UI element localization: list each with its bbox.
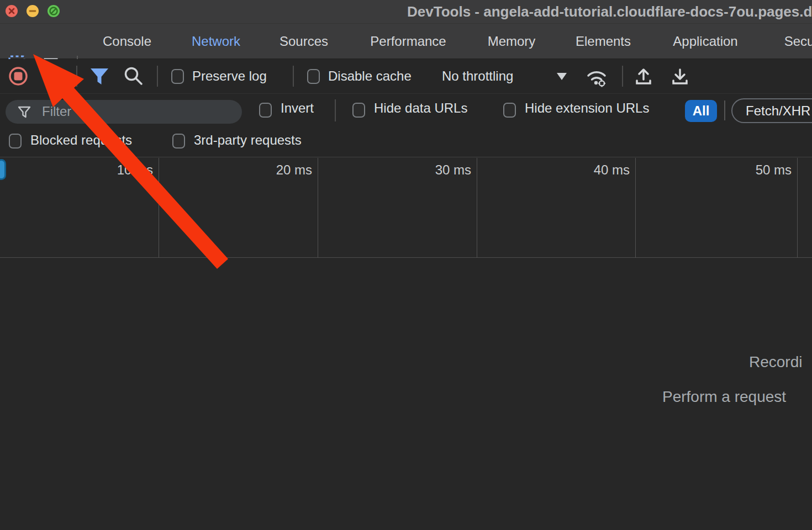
tab-security[interactable]: Secu (784, 24, 812, 59)
chevron-down-icon (557, 73, 567, 80)
tab-console[interactable]: Console (103, 24, 151, 59)
filter-toggle-button[interactable] (89, 67, 112, 89)
close-window-button[interactable] (6, 5, 18, 17)
close-icon (6, 5, 18, 17)
network-conditions-icon (584, 65, 609, 89)
tab-elements[interactable]: Elements (576, 24, 631, 59)
network-conditions-button[interactable] (584, 65, 607, 87)
tab-sources[interactable]: Sources (280, 24, 328, 59)
toolbar-divider (622, 66, 623, 87)
import-har-button[interactable] (633, 66, 655, 88)
filter-input-container[interactable] (6, 100, 242, 124)
timeline-gridline (797, 158, 798, 258)
empty-state-hint-text: Perform a request (662, 388, 786, 406)
checkbox-unchecked (171, 69, 184, 84)
record-network-log-button[interactable] (8, 66, 30, 88)
upload-icon (633, 66, 654, 87)
search-icon (123, 65, 145, 87)
checkbox-unchecked (259, 103, 272, 118)
timeline-gridline (318, 158, 318, 258)
timeline-tick-label: 40 ms (586, 162, 630, 178)
export-har-button[interactable] (669, 66, 692, 88)
checkbox-unchecked (9, 134, 22, 149)
checkbox-unchecked (307, 69, 320, 84)
filter-funnel-icon (18, 105, 31, 119)
zoom-disabled-icon (48, 5, 60, 17)
clear-network-log-button[interactable] (42, 66, 64, 88)
checkbox-unchecked (172, 134, 185, 149)
zoom-window-button[interactable] (48, 5, 60, 17)
window-title: DevTools - angela-add-tutorial.cloudflar… (407, 0, 812, 23)
timeline-gridline (159, 158, 159, 258)
timeline-tick-label: 20 ms (268, 162, 312, 178)
overview-selection-handle[interactable] (0, 159, 6, 180)
timeline-gridline (635, 158, 636, 258)
network-filter-row2: Blocked requests 3rd-party requests (0, 126, 812, 157)
devtools-tabbar: Console Network Sources Performance Memo… (0, 23, 812, 59)
toolbar-divider (335, 99, 336, 121)
empty-state-recording-text: Recordi (749, 353, 802, 371)
request-type-all-button[interactable]: All (685, 100, 717, 122)
devtools-window: DevTools - angela-add-tutorial.cloudflar… (0, 0, 812, 530)
network-overview-timeline[interactable]: 10 ms 20 ms 30 ms 40 ms 50 ms (0, 158, 812, 258)
clear-icon (42, 66, 62, 86)
toolbar-divider (724, 100, 725, 120)
filter-funnel-icon (89, 67, 109, 86)
download-icon (669, 66, 690, 87)
minimize-window-button[interactable] (27, 5, 39, 17)
timeline-tick-label: 10 ms (109, 162, 153, 178)
timeline-tick-label: 30 ms (427, 162, 471, 178)
tab-network[interactable]: Network (192, 24, 240, 59)
network-filter-bar: Invert Hide data URLs Hide extension URL… (0, 94, 812, 126)
search-network-button[interactable] (123, 65, 145, 87)
record-icon (8, 66, 28, 86)
network-toolbar: Preserve log Disable cache No throttling (0, 59, 812, 94)
filter-input[interactable] (42, 102, 230, 121)
timeline-tick-label: 50 ms (747, 162, 792, 178)
titlebar: DevTools - angela-add-tutorial.cloudflar… (0, 0, 812, 23)
tab-performance[interactable]: Performance (370, 24, 446, 59)
timeline-gridline (477, 158, 477, 258)
tab-memory[interactable]: Memory (488, 24, 536, 59)
request-type-fetch-xhr-button[interactable]: Fetch/XHR (731, 98, 812, 123)
checkbox-unchecked (352, 103, 365, 118)
tab-application[interactable]: Application (673, 24, 737, 59)
toolbar-divider (157, 66, 158, 87)
toolbar-divider (293, 66, 294, 87)
minimize-icon (27, 5, 39, 17)
toolbar-divider (76, 66, 77, 87)
checkbox-unchecked (503, 103, 516, 118)
